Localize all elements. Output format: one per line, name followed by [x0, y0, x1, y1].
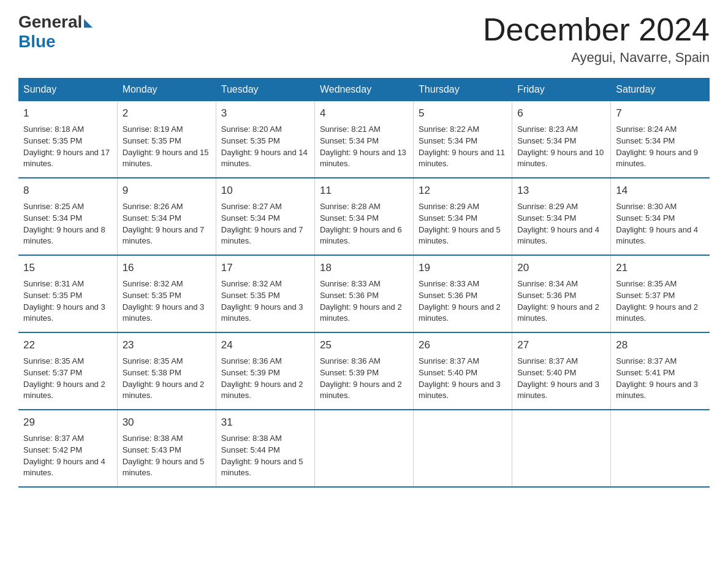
- daylight-text: Daylight: 9 hours and 9 minutes.: [616, 148, 698, 169]
- table-row: 12Sunrise: 8:29 AMSunset: 5:34 PMDayligh…: [414, 178, 512, 255]
- sunset-text: Sunset: 5:34 PM: [123, 213, 181, 223]
- table-row: 30Sunrise: 8:38 AMSunset: 5:43 PMDayligh…: [117, 410, 216, 487]
- sunrise-text: Sunrise: 8:30 AM: [616, 202, 677, 211]
- sunrise-text: Sunrise: 8:35 AM: [616, 279, 677, 288]
- day-number: 15: [23, 261, 112, 276]
- table-row: 28Sunrise: 8:37 AMSunset: 5:41 PMDayligh…: [611, 332, 710, 410]
- calendar-header-row: Sunday Monday Tuesday Wednesday Thursday…: [18, 78, 710, 101]
- sunset-text: Sunset: 5:39 PM: [320, 368, 379, 377]
- sunset-text: Sunset: 5:36 PM: [419, 291, 477, 300]
- day-number: 1: [23, 106, 112, 121]
- day-number: 5: [419, 106, 507, 121]
- sunrise-text: Sunrise: 8:18 AM: [23, 124, 84, 134]
- table-row: 24Sunrise: 8:36 AMSunset: 5:39 PMDayligh…: [216, 332, 314, 410]
- calendar-table: Sunday Monday Tuesday Wednesday Thursday…: [18, 78, 710, 488]
- sunrise-text: Sunrise: 8:29 AM: [517, 202, 578, 211]
- daylight-text: Daylight: 9 hours and 11 minutes.: [419, 148, 505, 169]
- table-row: 9Sunrise: 8:26 AMSunset: 5:34 PMDaylight…: [117, 178, 216, 255]
- sunrise-text: Sunrise: 8:35 AM: [123, 356, 183, 366]
- day-number: 25: [320, 338, 408, 353]
- sunset-text: Sunset: 5:34 PM: [517, 136, 576, 145]
- day-number: 11: [320, 183, 408, 199]
- daylight-text: Daylight: 9 hours and 3 minutes.: [221, 302, 303, 323]
- day-number: 19: [419, 261, 507, 276]
- sunrise-text: Sunrise: 8:20 AM: [221, 124, 282, 134]
- table-row: 1Sunrise: 8:18 AMSunset: 5:35 PMDaylight…: [18, 101, 117, 178]
- daylight-text: Daylight: 9 hours and 2 minutes.: [517, 302, 599, 323]
- sunrise-text: Sunrise: 8:34 AM: [517, 279, 578, 288]
- sunset-text: Sunset: 5:41 PM: [616, 368, 675, 377]
- table-row: 23Sunrise: 8:35 AMSunset: 5:38 PMDayligh…: [117, 332, 216, 410]
- sunrise-text: Sunrise: 8:37 AM: [23, 434, 84, 443]
- sunrise-text: Sunrise: 8:29 AM: [419, 202, 479, 211]
- day-number: 16: [123, 261, 211, 276]
- table-row: 16Sunrise: 8:32 AMSunset: 5:35 PMDayligh…: [117, 255, 216, 332]
- table-row: 5Sunrise: 8:22 AMSunset: 5:34 PMDaylight…: [414, 101, 512, 178]
- month-title: December 2024: [483, 12, 710, 47]
- sunset-text: Sunset: 5:42 PM: [23, 445, 82, 454]
- sunset-text: Sunset: 5:35 PM: [123, 136, 181, 145]
- sunrise-text: Sunrise: 8:24 AM: [616, 124, 677, 134]
- daylight-text: Daylight: 9 hours and 3 minutes.: [123, 302, 205, 323]
- day-number: 29: [23, 415, 112, 431]
- sunrise-text: Sunrise: 8:26 AM: [123, 202, 183, 211]
- day-number: 27: [517, 338, 605, 353]
- day-number: 3: [221, 106, 309, 121]
- sunrise-text: Sunrise: 8:33 AM: [419, 279, 479, 288]
- logo-general-text: General: [18, 12, 82, 32]
- table-row: 27Sunrise: 8:37 AMSunset: 5:40 PMDayligh…: [512, 332, 611, 410]
- daylight-text: Daylight: 9 hours and 8 minutes.: [23, 225, 105, 246]
- sunrise-text: Sunrise: 8:31 AM: [23, 279, 84, 288]
- daylight-text: Daylight: 9 hours and 2 minutes.: [419, 302, 501, 323]
- day-number: 6: [517, 106, 605, 121]
- daylight-text: Daylight: 9 hours and 5 minutes.: [123, 457, 205, 478]
- logo: General Blue: [18, 12, 93, 52]
- table-row: 29Sunrise: 8:37 AMSunset: 5:42 PMDayligh…: [18, 410, 117, 487]
- table-row: 17Sunrise: 8:32 AMSunset: 5:35 PMDayligh…: [216, 255, 314, 332]
- daylight-text: Daylight: 9 hours and 3 minutes.: [23, 302, 105, 323]
- sunset-text: Sunset: 5:37 PM: [23, 368, 82, 377]
- sunrise-text: Sunrise: 8:35 AM: [23, 356, 84, 366]
- day-number: 30: [123, 415, 211, 431]
- sunrise-text: Sunrise: 8:21 AM: [320, 124, 381, 134]
- sunset-text: Sunset: 5:34 PM: [616, 136, 675, 145]
- sunset-text: Sunset: 5:37 PM: [616, 291, 675, 300]
- table-row: 15Sunrise: 8:31 AMSunset: 5:35 PMDayligh…: [18, 255, 117, 332]
- day-number: 24: [221, 338, 309, 353]
- sunrise-text: Sunrise: 8:32 AM: [123, 279, 183, 288]
- daylight-text: Daylight: 9 hours and 13 minutes.: [320, 148, 406, 169]
- daylight-text: Daylight: 9 hours and 3 minutes.: [616, 380, 698, 400]
- col-tuesday: Tuesday: [216, 78, 314, 101]
- daylight-text: Daylight: 9 hours and 5 minutes.: [419, 225, 501, 246]
- sunset-text: Sunset: 5:35 PM: [23, 136, 82, 145]
- daylight-text: Daylight: 9 hours and 3 minutes.: [517, 380, 599, 400]
- sunrise-text: Sunrise: 8:36 AM: [320, 356, 381, 366]
- title-area: December 2024 Ayegui, Navarre, Spain: [483, 12, 710, 66]
- table-row: 22Sunrise: 8:35 AMSunset: 5:37 PMDayligh…: [18, 332, 117, 410]
- day-number: 12: [419, 183, 507, 199]
- location-title: Ayegui, Navarre, Spain: [483, 50, 710, 66]
- table-row: 2Sunrise: 8:19 AMSunset: 5:35 PMDaylight…: [117, 101, 216, 178]
- daylight-text: Daylight: 9 hours and 10 minutes.: [517, 148, 604, 169]
- table-row: 26Sunrise: 8:37 AMSunset: 5:40 PMDayligh…: [414, 332, 512, 410]
- table-row: 6Sunrise: 8:23 AMSunset: 5:34 PMDaylight…: [512, 101, 611, 178]
- day-number: 2: [123, 106, 211, 121]
- daylight-text: Daylight: 9 hours and 2 minutes.: [616, 302, 698, 323]
- day-number: 28: [616, 338, 705, 353]
- day-number: 31: [221, 415, 309, 431]
- sunset-text: Sunset: 5:36 PM: [517, 291, 576, 300]
- col-wednesday: Wednesday: [314, 78, 413, 101]
- table-row: 11Sunrise: 8:28 AMSunset: 5:34 PMDayligh…: [314, 178, 413, 255]
- day-number: 4: [320, 106, 408, 121]
- day-number: 8: [23, 183, 112, 199]
- daylight-text: Daylight: 9 hours and 4 minutes.: [517, 225, 599, 246]
- sunrise-text: Sunrise: 8:23 AM: [517, 124, 578, 134]
- sunset-text: Sunset: 5:39 PM: [221, 368, 280, 377]
- table-row: [512, 410, 611, 487]
- daylight-text: Daylight: 9 hours and 17 minutes.: [23, 148, 110, 169]
- col-sunday: Sunday: [18, 78, 117, 101]
- sunset-text: Sunset: 5:40 PM: [517, 368, 576, 377]
- day-number: 21: [616, 261, 705, 276]
- table-row: 25Sunrise: 8:36 AMSunset: 5:39 PMDayligh…: [314, 332, 413, 410]
- sunrise-text: Sunrise: 8:37 AM: [616, 356, 677, 366]
